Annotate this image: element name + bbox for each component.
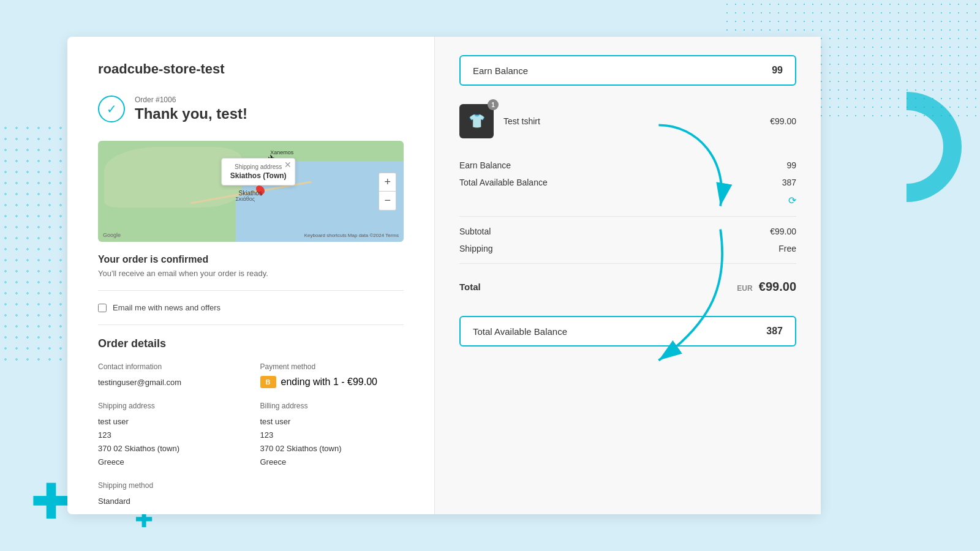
earn-balance-box-value: 99 xyxy=(772,65,783,76)
confirmed-subtitle: You'll receive an email when your order … xyxy=(98,269,404,278)
shipping-country: Greece xyxy=(98,457,124,467)
summary-lines: Earn Balance 99 Total Available Balance … xyxy=(459,157,796,304)
shipping-address-label: Shipping address xyxy=(98,402,242,410)
left-panel: roadcube-store-test ✓ Order #1006 Thank … xyxy=(67,37,435,514)
total-line: Total EUR €99.00 xyxy=(459,270,796,304)
map-close-icon[interactable]: ✕ xyxy=(284,160,292,170)
total-available-box-value: 387 xyxy=(766,326,783,337)
billing-name: test user xyxy=(260,417,291,426)
map-tooltip-title: Shipping address xyxy=(230,163,287,170)
map-xanemos-label: Xanemos xyxy=(270,149,293,156)
contact-info-label: Contact information xyxy=(98,362,242,371)
confirmed-section: Your order is confirmed You'll receive a… xyxy=(98,254,404,291)
map-container: ✈ Xanemos ✕ Shipping address Skiathos (T… xyxy=(98,141,404,242)
billing-country: Greece xyxy=(260,457,287,467)
earn-balance-line: Earn Balance 99 xyxy=(459,157,796,174)
contact-info-section: Contact information testinguser@gmail.co… xyxy=(98,362,242,389)
billing-address1: 123 xyxy=(260,430,274,440)
product-name: Test tshirt xyxy=(503,116,760,126)
refresh-line: ⟳ xyxy=(459,191,796,210)
order-number: Order #1006 xyxy=(135,96,247,104)
payment-method-row: B ending with 1 - €99.00 xyxy=(260,376,404,388)
total-available-box-label: Total Available Balance xyxy=(473,326,567,337)
total-available-line: Total Available Balance 387 xyxy=(459,174,796,191)
map-zoom-in-button[interactable]: + xyxy=(379,173,396,192)
email-opt-label: Email me with news and offers xyxy=(113,303,221,312)
map-tooltip: ✕ Shipping address Skiathos (Town) xyxy=(221,158,296,186)
earn-balance-box-label: Earn Balance xyxy=(473,66,528,76)
map-background: ✈ Xanemos ✕ Shipping address Skiathos (T… xyxy=(98,141,404,242)
separator-2 xyxy=(459,263,796,264)
map-zoom-controls: + − xyxy=(379,172,396,210)
thank-you: Thank you, test! xyxy=(135,105,247,122)
product-price: €99.00 xyxy=(770,116,796,126)
separator-1 xyxy=(459,216,796,217)
billing-address-value: test user 123 370 02 Skiathos (town) Gre… xyxy=(260,415,404,469)
shipping-address-section: Shipping address test user 123 370 02 Sk… xyxy=(98,402,242,469)
payment-icon: B xyxy=(260,376,276,388)
payment-method-value: ending with 1 - €99.00 xyxy=(281,377,377,388)
earn-balance-box: Earn Balance 99 xyxy=(459,55,796,86)
refresh-icon[interactable]: ⟳ xyxy=(788,195,796,206)
billing-address-section: Billing address test user 123 370 02 Ski… xyxy=(260,402,404,469)
product-image-wrap: 👕 1 xyxy=(459,104,494,138)
shipping-method-section: Shipping method Standard xyxy=(98,481,242,508)
total-label: Total xyxy=(459,282,481,292)
earn-balance-line-value: 99 xyxy=(786,160,796,170)
shipping-method-value: Standard xyxy=(98,495,242,508)
shipping-address2: 370 02 Skiathos (town) xyxy=(98,444,179,453)
map-google-label: Google xyxy=(103,232,121,238)
store-name: roadcube-store-test xyxy=(98,61,404,77)
bg-dots-left xyxy=(0,122,74,367)
total-available-line-value: 387 xyxy=(782,178,796,187)
payment-method-label: Payment method xyxy=(260,362,404,371)
earn-balance-line-label: Earn Balance xyxy=(459,160,511,170)
contact-info-value: testinguser@gmail.com xyxy=(98,376,242,389)
product-row: 👕 1 Test tshirt €99.00 xyxy=(459,104,796,138)
main-card: roadcube-store-test ✓ Order #1006 Thank … xyxy=(67,37,821,514)
check-circle-icon: ✓ xyxy=(98,96,125,122)
shipping-name: test user xyxy=(98,417,129,426)
details-grid: Contact information testinguser@gmail.co… xyxy=(98,362,404,509)
order-info: Order #1006 Thank you, test! xyxy=(135,96,247,122)
map-shortcuts: Keyboard shortcuts Map data ©2024 Terms xyxy=(304,233,399,238)
subtotal-value: €99.00 xyxy=(770,227,796,236)
shipping-value: Free xyxy=(778,244,796,253)
map-place-label-gr: Σκιάθος xyxy=(236,196,255,202)
product-image: 👕 xyxy=(459,104,494,138)
shipping-address-value: test user 123 370 02 Skiathos (town) Gre… xyxy=(98,415,242,469)
map-zoom-out-button[interactable]: − xyxy=(379,192,396,210)
total-amount: €99.00 xyxy=(759,280,796,293)
billing-address-label: Billing address xyxy=(260,402,404,410)
total-currency: EUR xyxy=(737,284,752,293)
product-icon: 👕 xyxy=(469,113,485,129)
subtotal-line: Subtotal €99.00 xyxy=(459,223,796,240)
bg-plus-bottom-left: ✚ xyxy=(31,478,72,527)
right-panel: Earn Balance 99 👕 1 Test tshirt €99.00 E… xyxy=(435,37,821,514)
total-amount-wrap: EUR €99.00 xyxy=(737,280,796,294)
total-available-line-label: Total Available Balance xyxy=(459,178,548,187)
subtotal-label: Subtotal xyxy=(459,227,491,236)
order-header: ✓ Order #1006 Thank you, test! xyxy=(98,96,404,122)
payment-method-section: Payment method B ending with 1 - €99.00 xyxy=(260,362,404,389)
shipping-method-label: Shipping method xyxy=(98,481,242,490)
map-tooltip-address: Skiathos (Town) xyxy=(230,171,287,180)
total-available-box: Total Available Balance 387 xyxy=(459,316,796,347)
confirmed-title: Your order is confirmed xyxy=(98,254,404,265)
shipping-address1: 123 xyxy=(98,430,111,440)
email-opt-section: Email me with news and offers xyxy=(98,303,404,325)
shipping-line: Shipping Free xyxy=(459,240,796,257)
order-details-title: Order details xyxy=(98,337,404,350)
product-badge: 1 xyxy=(488,99,499,110)
billing-address2: 370 02 Skiathos (town) xyxy=(260,444,342,453)
shipping-label: Shipping xyxy=(459,244,493,253)
email-opt-checkbox[interactable] xyxy=(98,304,107,312)
